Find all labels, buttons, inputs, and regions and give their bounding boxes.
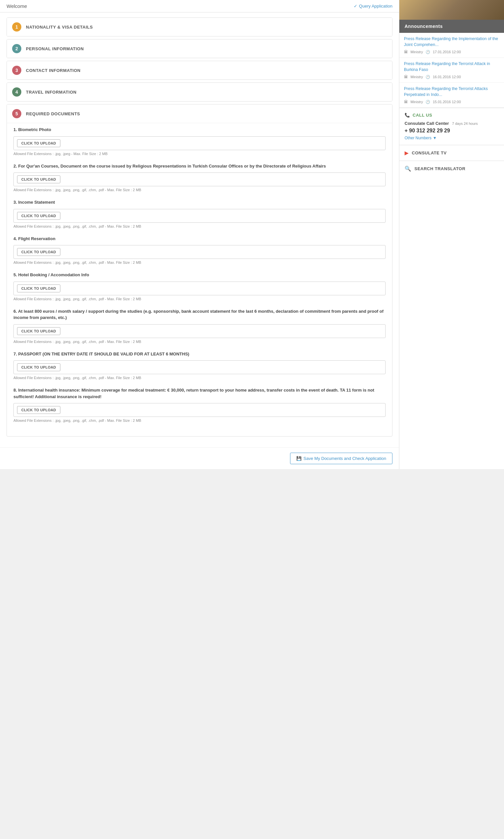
doc-item-4: 4. Flight Reservation CLICK TO UPLOAD Al… bbox=[14, 236, 385, 265]
step-4-item: 4 TRAVEL INFORMATION bbox=[6, 83, 393, 102]
announcement-date-2: 16.01.2016 12:00 bbox=[433, 75, 461, 79]
file-ext-5: Allowed File Extensions : .jpg, .jpeg, .… bbox=[14, 297, 385, 301]
step-5-content: 1. Biometric Photo CLICK TO UPLOAD Allow… bbox=[7, 123, 392, 436]
doc-label-8: 8. International health insurance: Minim… bbox=[14, 387, 385, 400]
step-1-title: NATIONALITY & VISA DETAILS bbox=[26, 24, 93, 30]
steps-container: 1 NATIONALITY & VISA DETAILS 2 PERSONAL … bbox=[0, 13, 399, 444]
doc-item-3: 3. Income Statement CLICK TO UPLOAD Allo… bbox=[14, 199, 385, 228]
upload-area-4: CLICK TO UPLOAD bbox=[14, 245, 385, 259]
clock-icon-2: 🕐 bbox=[426, 75, 430, 79]
query-application-link[interactable]: Query Application bbox=[354, 4, 393, 8]
search-translator-section[interactable]: 🔍 SEARCH TRANSLATOR bbox=[399, 161, 504, 176]
doc-label-2: 2. For Qur'an Courses, Document on the c… bbox=[14, 163, 385, 170]
step-3-badge: 3 bbox=[12, 66, 21, 75]
chevron-down-icon: ▼ bbox=[433, 136, 437, 140]
consulate-label: Consulate Call Center bbox=[404, 121, 449, 126]
upload-area-7: CLICK TO UPLOAD bbox=[14, 360, 385, 374]
upload-area-1: CLICK TO UPLOAD bbox=[14, 136, 385, 150]
file-ext-7: Allowed File Extensions : .jpg, .jpeg, .… bbox=[14, 376, 385, 380]
file-ext-3: Allowed File Extensions : .jpg, .jpeg, .… bbox=[14, 224, 385, 228]
phone-number: + 90 312 292 29 29 bbox=[404, 128, 499, 134]
step-2-title: PERSONAL INFORMATION bbox=[26, 46, 84, 51]
doc-label-3: 3. Income Statement bbox=[14, 199, 385, 206]
upload-btn-6[interactable]: CLICK TO UPLOAD bbox=[17, 327, 60, 335]
step-1-header[interactable]: 1 NATIONALITY & VISA DETAILS bbox=[7, 18, 392, 36]
upload-area-5: CLICK TO UPLOAD bbox=[14, 281, 385, 295]
file-ext-1: Allowed File Extensions : .jpg, .jpeg - … bbox=[14, 152, 385, 156]
doc-item-2: 2. For Qur'an Courses, Document on the c… bbox=[14, 163, 385, 192]
doc-item-5: 5. Hotel Booking / Accomodation Info CLI… bbox=[14, 272, 385, 301]
step-4-header[interactable]: 4 TRAVEL INFORMATION bbox=[7, 83, 392, 101]
step-1-badge: 1 bbox=[12, 22, 21, 32]
upload-btn-1[interactable]: CLICK TO UPLOAD bbox=[17, 139, 60, 147]
building-icon-2: 🏛 bbox=[404, 74, 408, 79]
announcement-source-3: Ministry bbox=[411, 100, 423, 104]
doc-item-6: 6. At least 800 euros / month salary / s… bbox=[14, 308, 385, 344]
doc-label-6: 6. At least 800 euros / month salary / s… bbox=[14, 308, 385, 321]
save-section: 💾 Save My Documents and Check Applicatio… bbox=[0, 447, 399, 469]
building-icon-3: 🏛 bbox=[404, 100, 408, 104]
announcement-link-3[interactable]: Press Release Regarding the Terrorist At… bbox=[404, 86, 499, 98]
announcement-source-2: Ministry bbox=[411, 75, 423, 79]
upload-btn-8[interactable]: CLICK TO UPLOAD bbox=[17, 406, 60, 414]
sidebar-banner bbox=[399, 0, 504, 20]
announcement-meta-3: 🏛 Ministry 🕐 15.01.2016 12:00 bbox=[404, 100, 499, 104]
announcement-3: Press Release Regarding the Terrorist At… bbox=[399, 83, 504, 108]
announcement-meta-2: 🏛 Ministry 🕐 16.01.2016 12:00 bbox=[404, 74, 499, 79]
other-numbers-link[interactable]: Other Numbers ▼ bbox=[404, 136, 499, 140]
step-3-item: 3 CONTACT INFORMATION bbox=[6, 61, 393, 80]
step-5-item: 5 REQUIRED DOCUMENTS 1. Biometric Photo … bbox=[6, 104, 393, 436]
welcome-text: Welcome bbox=[6, 3, 27, 9]
phone-icon: 📞 bbox=[404, 113, 410, 118]
save-documents-button[interactable]: 💾 Save My Documents and Check Applicatio… bbox=[290, 453, 393, 464]
step-5-title: REQUIRED DOCUMENTS bbox=[26, 112, 80, 116]
doc-item-7: 7. PASSPORT (ON THE ENTRY DATE IT SHOULD… bbox=[14, 351, 385, 380]
call-us-label: CALL US bbox=[413, 113, 432, 118]
file-ext-6: Allowed File Extensions : .jpg, .jpeg, .… bbox=[14, 340, 385, 344]
consulate-tv-section[interactable]: ▶ CONSULATE TV bbox=[399, 145, 504, 161]
upload-btn-5[interactable]: CLICK TO UPLOAD bbox=[17, 285, 60, 292]
file-ext-2: Allowed File Extensions : .jpg, .jpeg, .… bbox=[14, 188, 385, 192]
upload-btn-2[interactable]: CLICK TO UPLOAD bbox=[17, 175, 60, 183]
upload-btn-3[interactable]: CLICK TO UPLOAD bbox=[17, 212, 60, 220]
upload-btn-7[interactable]: CLICK TO UPLOAD bbox=[17, 363, 60, 371]
tv-icon: ▶ bbox=[404, 150, 409, 156]
upload-area-3: CLICK TO UPLOAD bbox=[14, 209, 385, 223]
step-2-header[interactable]: 2 PERSONAL INFORMATION bbox=[7, 39, 392, 58]
announcement-date-1: 17.01.2016 12:00 bbox=[433, 50, 461, 54]
step-4-badge: 4 bbox=[12, 87, 21, 97]
announcement-source-1: Ministry bbox=[411, 50, 423, 54]
doc-item-1: 1. Biometric Photo CLICK TO UPLOAD Allow… bbox=[14, 126, 385, 156]
doc-label-4: 4. Flight Reservation bbox=[14, 236, 385, 242]
upload-area-8: CLICK TO UPLOAD bbox=[14, 403, 385, 417]
clock-icon-3: 🕐 bbox=[426, 100, 430, 104]
announcement-link-2[interactable]: Press Release Regarding the Terrorist At… bbox=[404, 61, 499, 73]
search-icon: 🔍 bbox=[404, 166, 411, 172]
announcement-2: Press Release Regarding the Terrorist At… bbox=[399, 58, 504, 83]
call-us-header: 📞 CALL US bbox=[404, 113, 499, 118]
step-5-header[interactable]: 5 REQUIRED DOCUMENTS bbox=[7, 104, 392, 123]
announcement-date-3: 15.01.2016 12:00 bbox=[433, 100, 461, 104]
step-2-badge: 2 bbox=[12, 44, 21, 53]
header-bar: Welcome Query Application bbox=[0, 0, 399, 13]
announcements-list: Press Release Regarding the Implementati… bbox=[399, 33, 504, 108]
file-ext-8: Allowed File Extensions : .jpg, .jpeg, .… bbox=[14, 418, 385, 423]
search-translator-label: SEARCH TRANSLATOR bbox=[414, 166, 465, 171]
step-2-item: 2 PERSONAL INFORMATION bbox=[6, 39, 393, 58]
announcement-1: Press Release Regarding the Implementati… bbox=[399, 33, 504, 58]
sidebar-banner-image bbox=[399, 0, 504, 20]
announcements-header: Announcements bbox=[399, 20, 504, 33]
file-ext-4: Allowed File Extensions : .jpg, .jpeg, .… bbox=[14, 260, 385, 264]
step-5-badge: 5 bbox=[12, 109, 21, 118]
save-icon: 💾 bbox=[296, 456, 302, 461]
sidebar: Announcements Press Release Regarding th… bbox=[399, 0, 504, 469]
step-3-header[interactable]: 3 CONTACT INFORMATION bbox=[7, 61, 392, 80]
announcement-link-1[interactable]: Press Release Regarding the Implementati… bbox=[404, 36, 499, 48]
upload-area-2: CLICK TO UPLOAD bbox=[14, 172, 385, 186]
clock-icon-1: 🕐 bbox=[426, 50, 430, 54]
doc-label-5: 5. Hotel Booking / Accomodation Info bbox=[14, 272, 385, 278]
hours-badge: 7 days 24 hours bbox=[452, 122, 478, 125]
step-4-title: TRAVEL INFORMATION bbox=[26, 90, 76, 95]
upload-btn-4[interactable]: CLICK TO UPLOAD bbox=[17, 248, 60, 256]
consulate-line: Consulate Call Center 7 days 24 hours bbox=[404, 121, 499, 126]
